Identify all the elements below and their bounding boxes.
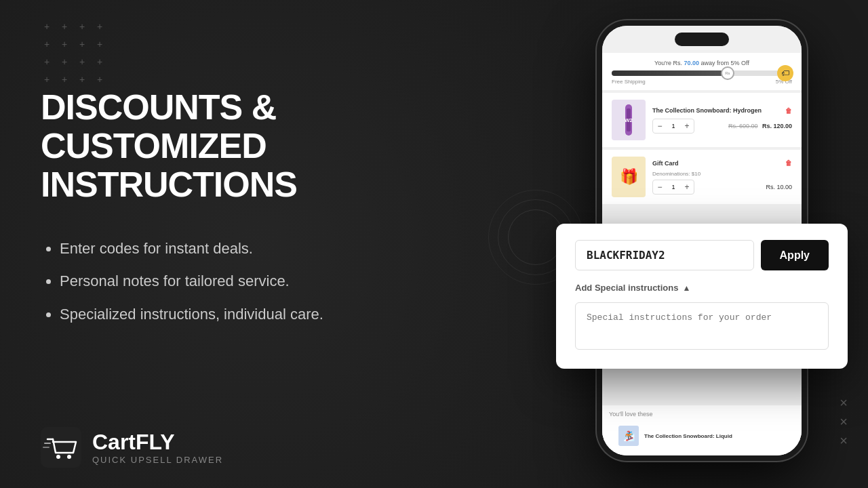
snowboard-price: Rs. 600.00 Rs. 120.00 xyxy=(728,123,792,129)
special-instructions-textarea[interactable] xyxy=(575,302,829,350)
upsell-section: You'll love these 🏂 The Collection Snowb… xyxy=(602,405,802,455)
progress-thumb: Rs xyxy=(721,66,734,80)
cartfly-logo-icon xyxy=(41,427,81,468)
x-mark-2: × xyxy=(840,415,848,428)
phone-notch xyxy=(675,33,729,46)
progress-end-badge: 🏷 xyxy=(777,65,793,81)
upsell-image: 🏂 xyxy=(618,426,639,446)
coupon-input[interactable] xyxy=(575,240,754,270)
snowboard-details: The Collection Snowboard: Hydrogen 🗑 − 1… xyxy=(652,107,792,134)
giftcard-details: Gift Card 🗑 Denominations: $10 − 1 + Rs.… xyxy=(652,159,792,195)
snowboard-qty-price: − 1 + Rs. 600.00 Rs. 120.00 xyxy=(652,119,792,134)
logo-text: CartFLY QUICK UPSELL DRAWER xyxy=(92,430,223,465)
x-mark-3: × xyxy=(840,434,848,447)
snowboard-sale-price: Rs. 120.00 xyxy=(762,123,792,129)
giftcard-qty-price: − 1 + Rs. 10.00 xyxy=(652,180,792,195)
upsell-item-name: The Collection Snowboard: Liquid xyxy=(644,433,732,439)
snowboard-image: W2 xyxy=(612,100,646,140)
decorative-plus-grid: ++++ ++++ ++++ ++++ xyxy=(41,20,106,85)
feature-list: Enter codes for instant deals. Personal … xyxy=(41,239,475,325)
page-title: DISCOUNTS & CUSTOMIZED INSTRUCTIONS xyxy=(41,88,475,205)
snowboard-qty-plus[interactable]: + xyxy=(680,119,694,133)
coupon-row: Apply xyxy=(575,240,829,270)
cart-item-giftcard: 🎁 Gift Card 🗑 Denominations: $10 − 1 + xyxy=(602,150,802,204)
giftcard-subtitle: Denominations: $10 xyxy=(652,171,792,177)
left-content: DISCOUNTS & CUSTOMIZED INSTRUCTIONS Ente… xyxy=(41,88,475,338)
giftcard-qty-control[interactable]: − 1 + xyxy=(652,180,694,195)
logo-name: CartFLY xyxy=(92,430,223,455)
toggle-arrow-icon: ▲ xyxy=(682,283,690,293)
giftcard-image: 🎁 xyxy=(612,157,646,197)
snowboard-original-price: Rs. 600.00 xyxy=(728,123,758,129)
giftcard-emoji: 🎁 xyxy=(620,168,638,186)
upsell-label: You'll love these xyxy=(609,411,795,418)
giftcard-delete-icon[interactable]: 🗑 xyxy=(785,159,792,167)
x-mark-1: × xyxy=(840,396,848,409)
progress-labels: Free Shipping 5% Off xyxy=(612,79,792,85)
progress-amount: 70.00 xyxy=(684,60,700,66)
progress-section: You're Rs. 70.00 away from 5% Off Rs 🏷 F… xyxy=(602,53,802,90)
cart-item-snowboard: W2 The Collection Snowboard: Hydrogen 🗑 … xyxy=(602,93,802,147)
label-free-shipping: Free Shipping xyxy=(612,79,646,85)
giftcard-qty-minus[interactable]: − xyxy=(653,180,667,194)
logo-area: CartFLY QUICK UPSELL DRAWER xyxy=(41,427,223,468)
snowboard-delete-icon[interactable]: 🗑 xyxy=(785,107,792,115)
snowboard-name: The Collection Snowboard: Hydrogen 🗑 xyxy=(652,107,792,115)
giftcard-qty-value: 1 xyxy=(667,184,680,190)
apply-button[interactable]: Apply xyxy=(761,240,829,270)
bullet-2: Personal notes for tailored service. xyxy=(60,271,475,292)
svg-point-3 xyxy=(67,455,71,459)
giftcard-sale-price: Rs. 10.00 xyxy=(766,184,792,190)
logo-tagline: QUICK UPSELL DRAWER xyxy=(92,455,223,465)
special-instructions-toggle[interactable]: Add Special instructions ▲ xyxy=(575,283,829,293)
giftcard-name: Gift Card 🗑 xyxy=(652,159,792,167)
svg-point-2 xyxy=(56,455,60,459)
snowboard-qty-minus[interactable]: − xyxy=(653,119,667,133)
progress-text: You're Rs. 70.00 away from 5% Off xyxy=(612,60,792,66)
bullet-3: Specialized instructions, individual car… xyxy=(60,304,475,325)
upsell-item[interactable]: 🏂 The Collection Snowboard: Liquid xyxy=(609,422,781,450)
progress-bar-track: Rs 🏷 xyxy=(612,70,792,76)
x-marks-decoration: × × × xyxy=(840,396,848,447)
svg-text:W2: W2 xyxy=(625,117,633,123)
special-instructions-label: Add Special instructions xyxy=(575,283,678,293)
progress-bar-fill: Rs xyxy=(612,70,729,76)
snowboard-qty-value: 1 xyxy=(667,123,680,129)
snowboard-qty-control[interactable]: − 1 + xyxy=(652,119,694,134)
giftcard-price: Rs. 10.00 xyxy=(766,184,792,190)
giftcard-qty-plus[interactable]: + xyxy=(680,180,694,194)
bullet-1: Enter codes for instant deals. xyxy=(60,239,475,260)
floating-discount-card: Apply Add Special instructions ▲ xyxy=(556,224,848,369)
